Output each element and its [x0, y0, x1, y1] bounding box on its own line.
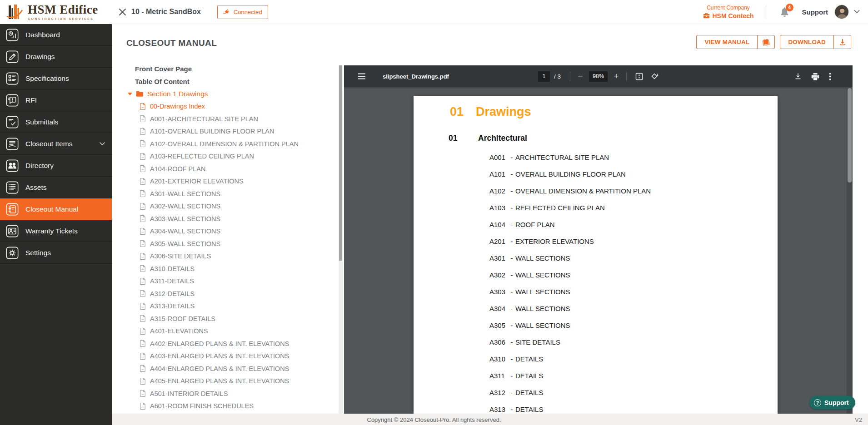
view-manual-button[interactable]: VIEW MANUAL	[696, 35, 775, 49]
pdf-scrollbar[interactable]	[847, 87, 853, 414]
tree-file-item[interactable]: A312-DETAILS	[126, 287, 333, 300]
tree-file-item[interactable]: A601-ROOM FINISH SCHEDULES	[126, 400, 333, 413]
tree-file-item[interactable]: A501-INTERIOR DETAILS	[126, 387, 333, 400]
tree-file-item[interactable]: A404-ENLARGED PLANS & INT. ELEVATIONS	[126, 362, 333, 375]
tree-scrollbar[interactable]	[339, 65, 343, 414]
download-icon[interactable]	[794, 73, 802, 80]
footer: Copyright © 2024 Closeout-Pro. All right…	[112, 414, 868, 425]
header-support-link[interactable]: Support	[802, 8, 828, 16]
tree-file-item[interactable]: A315-ROOF DETAILS	[126, 312, 333, 325]
sidebar-item-warranty-tickets[interactable]: Warranty Tickets	[0, 220, 112, 242]
tree-file-item[interactable]: A401-ELEVATIONS	[126, 325, 333, 338]
sidebar-item-label: Warranty Tickets	[25, 227, 78, 235]
pdf-file-icon	[140, 377, 146, 385]
tree-file-label: A001-ARCHITECTURAL SITE PLAN	[150, 115, 258, 123]
tree-file-item[interactable]: A305-WALL SECTIONS	[126, 237, 333, 250]
tree-file-item[interactable]: A102-OVERALL DIMENSION & PARTITION PLAN	[126, 138, 333, 150]
tree-file-item[interactable]: A402-ENLARGED PLANS & INT. ELEVATIONS	[126, 337, 333, 350]
pdf-entry-row: A313-DETAILS	[489, 401, 651, 414]
drawings-icon	[5, 50, 19, 64]
rotate-icon[interactable]	[650, 72, 658, 80]
tree-file-item[interactable]: A405-ENLARGED PLANS & INT. ELEVATIONS	[126, 375, 333, 388]
tree-file-label: A404-ENLARGED PLANS & INT. ELEVATIONS	[150, 365, 289, 372]
sidebar-item-specifications[interactable]: Specifications	[0, 68, 112, 89]
tree-file-item[interactable]: A313-DETAILS	[126, 300, 333, 313]
tree-file-label: A303-WALL SECTIONS	[150, 215, 220, 222]
sidebar-nav: DashboardDrawingsSpecificationsRFISubmit…	[0, 24, 112, 264]
sidebar-item-label: Dashboard	[25, 31, 60, 39]
pdf-file-icon	[140, 153, 146, 160]
pdf-entry-code: A101	[489, 170, 508, 178]
tree-file-item[interactable]: A101-OVERALL BUILDING FLOOR PLAN	[126, 125, 333, 138]
close-icon[interactable]	[119, 9, 126, 15]
tree-file-item[interactable]: A403-ENLARGED PLANS & INT. ELEVATIONS	[126, 350, 333, 363]
sidebar-item-rfi[interactable]: RFI	[0, 89, 112, 111]
pdf-entry-dash: -	[508, 288, 515, 296]
tree-file-item[interactable]: A104-ROOF PLAN	[126, 163, 333, 175]
sidebar-item-drawings[interactable]: Drawings	[0, 46, 112, 68]
download-button[interactable]: DOWNLOAD	[780, 35, 851, 49]
sidebar-item-label: Submittals	[25, 118, 58, 126]
project-title: 10 - Metric SandBox	[131, 8, 201, 16]
notifications-button[interactable]: 4	[780, 7, 789, 17]
closeout-manual-icon	[5, 203, 19, 216]
zoom-out-button[interactable]: −	[575, 71, 585, 81]
page-fit-icon[interactable]	[635, 73, 643, 80]
tree-file-item[interactable]: A303-WALL SECTIONS	[126, 212, 333, 225]
company-selector[interactable]: Current Company HSM Contech	[703, 5, 754, 20]
sidebar-item-directory[interactable]: Directory	[0, 155, 112, 177]
sidebar-item-assets[interactable]: Assets	[0, 177, 112, 198]
tree-file-item[interactable]: 00-Drawings Index	[126, 100, 333, 113]
tree-file-item[interactable]: A302-WALL SECTIONS	[126, 200, 333, 213]
dashboard-icon	[5, 28, 19, 42]
tree-file-item[interactable]: A301-WALL SECTIONS	[126, 188, 333, 200]
pdf-entry-row: A306-SITE DETAILS	[489, 334, 651, 351]
view-manual-label: VIEW MANUAL	[697, 39, 757, 45]
more-vertical-icon[interactable]	[829, 73, 831, 80]
sidebar-item-settings[interactable]: Settings	[0, 242, 112, 264]
sidebar-item-closeout-manual[interactable]: Closeout Manual	[0, 198, 112, 220]
tree-file-label: A201-EXTERIOR ELEVATIONS	[150, 178, 244, 185]
tree-file-item[interactable]: A001-ARCHITECTURAL SITE PLAN	[126, 113, 333, 125]
menu-icon[interactable]	[358, 73, 366, 79]
sidebar-item-label: RFI	[25, 96, 37, 104]
tree-file-item[interactable]: A311-DETAILS	[126, 275, 333, 288]
print-icon[interactable]	[811, 73, 819, 80]
tree-file-label: A104-ROOF PLAN	[150, 165, 206, 173]
page-number-input[interactable]: 1	[538, 71, 550, 82]
pdf-file-icon	[140, 165, 146, 173]
sidebar-item-closeout-items[interactable]: Closeout Items	[0, 133, 112, 155]
pdf-entry-dash: -	[508, 372, 515, 380]
logo-subtitle: CONSTRUCTION SERVICES	[28, 17, 98, 20]
chevron-down-icon[interactable]	[854, 10, 860, 14]
tree-file-item[interactable]: A306-SITE DETAILS	[126, 250, 333, 263]
sidebar-item-dashboard[interactable]: Dashboard	[0, 24, 112, 46]
pdf-filename: slipsheet_Drawings.pdf	[383, 73, 449, 80]
sidebar-item-label: Specifications	[25, 74, 69, 83]
zoom-level-input[interactable]: 98%	[589, 71, 608, 82]
tree-file-item[interactable]: A201-EXTERIOR ELEVATIONS	[126, 175, 333, 188]
user-avatar[interactable]	[834, 5, 849, 19]
tree-file-label: A402-ENLARGED PLANS & INT. ELEVATIONS	[150, 340, 289, 347]
tree-file-item[interactable]: A304-WALL SECTIONS	[126, 225, 333, 238]
tree-file-label: A101-OVERALL BUILDING FLOOR PLAN	[150, 128, 274, 135]
zoom-in-button[interactable]: +	[611, 71, 621, 81]
tree-scrollbar-thumb[interactable]	[339, 65, 342, 261]
pdf-scrollbar-thumb[interactable]	[848, 88, 852, 183]
tree-static-item[interactable]: Front Cover Page	[126, 63, 333, 75]
tree-static-item[interactable]: Table Of Content	[126, 75, 333, 88]
pdf-file-icon	[140, 190, 146, 198]
tree-file-item[interactable]: A310-DETAILS	[126, 262, 333, 275]
tree-section-drawings[interactable]: Section 1 Drawings	[126, 88, 333, 100]
caret-down-icon[interactable]	[128, 93, 132, 95]
support-button[interactable]: ? Support	[809, 396, 855, 409]
current-company-label: Current Company	[703, 5, 754, 11]
app-logo[interactable]: HSM Edifice CONSTRUCTION SERVICES	[0, 0, 112, 24]
tree-file-label: A311-DETAILS	[150, 277, 194, 285]
submittals-icon	[5, 115, 19, 129]
sidebar-item-submittals[interactable]: Submittals	[0, 111, 112, 133]
pdf-file-icon	[140, 215, 146, 222]
tree-file-item[interactable]: A103-REFLECTED CEILING PLAN	[126, 150, 333, 163]
pdf-entry-name: OVERALL BUILDING FLOOR PLAN	[515, 170, 626, 178]
pdf-file-icon	[140, 315, 146, 322]
